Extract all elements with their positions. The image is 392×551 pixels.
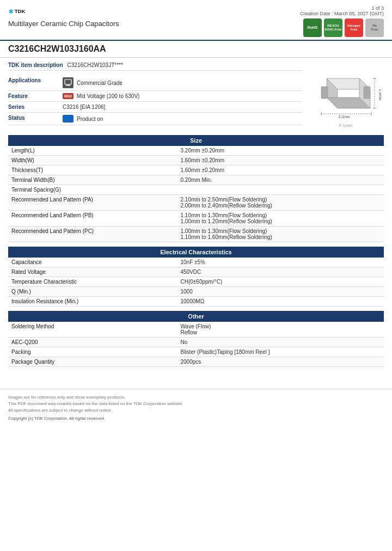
table-cell-label: Package Quantity <box>8 357 177 367</box>
table-cell-value: 450VDC <box>177 267 384 277</box>
spec-label-status: Status <box>8 115 63 121</box>
table-cell-value: 10000MΩ <box>177 297 384 307</box>
table-cell-label: Capacitance <box>8 258 177 267</box>
page-header: TDK Multilayer Ceramic Chip Capacitors 1… <box>0 0 392 41</box>
table-cell-label: Packing <box>8 347 177 357</box>
table-cell-value: 1.60mm ±0.20mm <box>177 166 384 175</box>
table-cell-label: Terminal Width(B) <box>8 175 177 185</box>
table-row: Length(L)3.20mm ±0.20mm <box>8 146 384 156</box>
svg-text:3.2mm: 3.2mm <box>338 115 350 119</box>
component-image-area: 3.2mm 1.6mm 0.1mm <box>308 62 384 128</box>
size-table: Length(L)3.20mm ±0.20mmWidth(W)1.60mm ±0… <box>8 146 384 242</box>
table-row: Q (Min.)1000 <box>8 287 384 297</box>
table-cell-label: Q (Min.) <box>8 287 177 297</box>
table-cell-value: 1000 <box>177 287 384 297</box>
table-cell-value: 1.10mm to 1.30mm(Flow Soldering)1.00mm t… <box>177 211 384 226</box>
electrical-section: Electrical Characteristics Capacitance10… <box>8 247 384 307</box>
table-row: Soldering MethodWave (Flow)Reflow <box>8 322 384 338</box>
table-cell-label: Recommended Land Pattern (PC) <box>8 226 177 242</box>
table-cell-value: Blister (Plastic)Taping [180mm Reel ] <box>177 347 384 357</box>
table-row: Rated Voltage450VDC <box>8 267 384 277</box>
table-cell-label: Insulation Resistance (Min.) <box>8 297 177 307</box>
table-cell-value: 2.10mm to 2.50mm(Flow Soldering)2.00mm t… <box>177 195 384 211</box>
svg-text:TDK: TDK <box>15 8 26 14</box>
electrical-section-header: Electrical Characteristics <box>8 247 384 258</box>
table-row: Recommended Land Pattern (PC)1.00mm to 1… <box>8 226 384 242</box>
header-left: TDK Multilayer Ceramic Chip Capacitors <box>8 5 119 28</box>
table-row: Package Quantity2000pcs <box>8 357 384 367</box>
table-cell-value: 1.00mm to 1.30mm(Flow Soldering)1.10mm t… <box>177 226 384 242</box>
item-description-section: TDK item description C3216CH2W103JT**** … <box>0 58 392 131</box>
item-desc-value: C3216CH2W103JT**** <box>68 62 123 68</box>
table-cell-label: Temperature Characteristic <box>8 277 177 287</box>
table-row: Capacitance10nF ±5% <box>8 258 384 267</box>
table-row: Terminal Spacing(G) <box>8 185 384 195</box>
table-cell-label: Thickness(T) <box>8 166 177 175</box>
component-image-caption: 0.1mm <box>339 123 352 128</box>
table-cell-value: Wave (Flow)Reflow <box>177 322 384 338</box>
footer-note1: Images are for reference only and show e… <box>8 395 384 400</box>
svg-text:1.6mm: 1.6mm <box>378 89 381 101</box>
other-table: Soldering MethodWave (Flow)ReflowAEC-Q20… <box>8 322 384 367</box>
table-cell-label: Soldering Method <box>8 322 177 338</box>
table-cell-label: Rated Voltage <box>8 267 177 277</box>
size-section: Size Length(L)3.20mm ±0.20mmWidth(W)1.60… <box>8 135 384 242</box>
reach-badge: REACHSVHC-Free <box>324 19 342 37</box>
svg-rect-12 <box>321 87 328 99</box>
table-cell-value: 0.20mm Min. <box>177 175 384 185</box>
page-info: 1 of 3 <box>300 5 384 11</box>
table-row: Width(W)1.60mm ±0.20mm <box>8 156 384 166</box>
table-cell-value: 2000pcs <box>177 357 384 367</box>
table-row: Thickness(T)1.60mm ±0.20mm <box>8 166 384 175</box>
compliance-badges: RoHS REACHSVHC-Free HalogenFree PbFree <box>300 19 384 37</box>
table-cell-label: Width(W) <box>8 156 177 166</box>
spec-value-series: C3216 [EIA 1206] <box>63 104 302 110</box>
footer-copyright: Copyright (c) TDK Corporation. All right… <box>8 416 384 421</box>
other-section-header: Other <box>8 311 384 322</box>
svg-rect-5 <box>66 85 70 86</box>
spec-value-status: Product on <box>63 115 302 123</box>
electrical-table: Capacitance10nF ±5%Rated Voltage450VDCTe… <box>8 258 384 307</box>
table-cell-label: Recommended Land Pattern (PA) <box>8 195 177 211</box>
table-cell-value: CH(0±60ppm/°C) <box>177 277 384 287</box>
status-icon <box>63 115 74 123</box>
table-cell-value: No <box>177 338 384 347</box>
table-cell-value: 1.60mm ±0.20mm <box>177 156 384 166</box>
spec-label-applications: Applications <box>8 77 63 83</box>
svg-rect-4 <box>65 79 71 84</box>
table-row: PackingBlister (Plastic)Taping [180mm Re… <box>8 347 384 357</box>
table-row: AEC-Q200No <box>8 338 384 347</box>
spec-label-series: Series <box>8 104 63 110</box>
header-right: 1 of 3 Creation Date : March 05, 2027 (G… <box>300 5 384 37</box>
other-section: Other Soldering MethodWave (Flow)ReflowA… <box>8 311 384 367</box>
table-row: Terminal Width(B)0.20mm Min. <box>8 175 384 185</box>
capacitor-diagram: 3.2mm 1.6mm <box>310 68 381 122</box>
spec-value-text-applications: Commercial Grade <box>77 80 122 86</box>
tdk-logo-icon: TDK <box>8 5 26 17</box>
table-row: Temperature CharacteristicCH(0±60ppm/°C) <box>8 277 384 287</box>
item-desc-label: TDK item description <box>8 62 63 68</box>
table-row: Recommended Land Pattern (PA)2.10mm to 2… <box>8 195 384 211</box>
table-cell-label: AEC-Q200 <box>8 338 177 347</box>
spec-value-feature: Mid Mid Voltage (100 to 630V) <box>63 93 302 99</box>
svg-rect-13 <box>364 87 370 99</box>
spec-value-applications: Commercial Grade <box>63 77 302 88</box>
table-cell-value <box>177 185 384 195</box>
table-cell-label: Recommended Land Pattern (PB) <box>8 211 177 226</box>
specs-left: TDK item description C3216CH2W103JT**** … <box>8 62 302 128</box>
table-row: Recommended Land Pattern (PB)1.10mm to 1… <box>8 211 384 226</box>
spec-row-applications: Applications Commercial Grade <box>8 75 302 91</box>
table-row: Insulation Resistance (Min.)10000MΩ <box>8 297 384 307</box>
table-cell-value: 10nF ±5% <box>177 258 384 267</box>
spec-row-status: Status Product on <box>8 113 302 125</box>
table-cell-label: Length(L) <box>8 146 177 156</box>
spec-row-feature: Feature Mid Mid Voltage (100 to 630V) <box>8 91 302 102</box>
spec-value-text-series: C3216 [EIA 1206] <box>63 104 105 110</box>
spec-row-series: Series C3216 [EIA 1206] <box>8 102 302 113</box>
tdk-logo: TDK <box>8 5 119 17</box>
header-subtitle: Multilayer Ceramic Chip Capacitors <box>8 20 119 28</box>
table-cell-value: 3.20mm ±0.20mm <box>177 146 384 156</box>
applications-icon <box>63 77 74 88</box>
size-section-header: Size <box>8 135 384 146</box>
spec-value-text-status: Product on <box>77 116 103 122</box>
